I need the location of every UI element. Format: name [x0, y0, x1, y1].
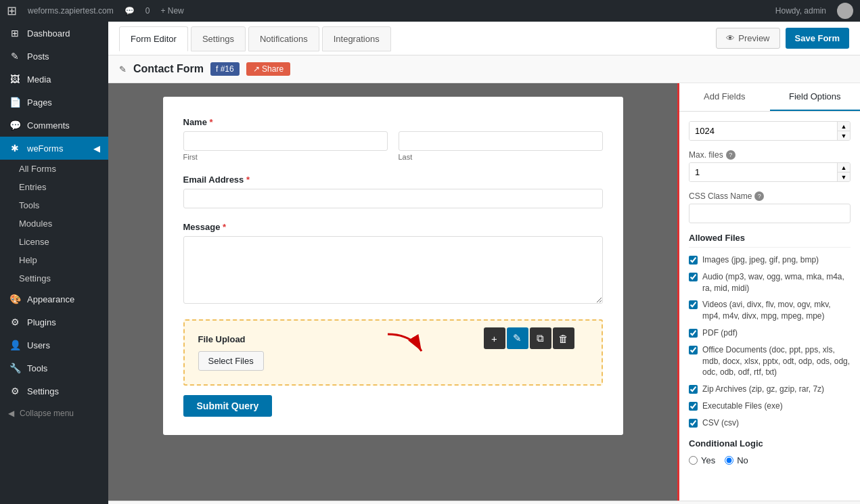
- sidebar-item-comments[interactable]: 💬 Comments: [0, 114, 108, 137]
- checkbox-pdf: PDF (pdf): [689, 327, 851, 339]
- checkbox-office-label: Office Documents (doc, ppt, pps, xls, md…: [702, 344, 851, 378]
- form-field-name: Name * First Last: [183, 117, 603, 161]
- main-content: Form Editor Settings Notifications Integ…: [108, 22, 860, 504]
- max-files-label: Max. files ?: [689, 150, 851, 160]
- sidebar-item-label: Settings: [27, 386, 59, 396]
- checkbox-csv-input[interactable]: [689, 419, 698, 428]
- sidebar-item-dashboard[interactable]: ⊞ Dashboard: [0, 22, 108, 45]
- sidebar-item-label: Appearance: [27, 294, 74, 304]
- css-class-help-icon[interactable]: ?: [754, 191, 764, 201]
- sidebar-item-media[interactable]: 🖼 Media: [0, 68, 108, 91]
- sidebar-item-settings[interactable]: ⚙ Settings: [0, 380, 108, 403]
- sidebar-item-plugins[interactable]: ⚙ Plugins: [0, 311, 108, 334]
- css-class-input[interactable]: [689, 204, 851, 223]
- last-name-input[interactable]: [399, 131, 603, 151]
- media-icon: 🖼: [8, 74, 22, 85]
- sidebar-sub-entries[interactable]: Entries: [0, 178, 108, 196]
- radio-yes-input[interactable]: [689, 456, 698, 465]
- toolbar-edit-button[interactable]: ✎: [507, 327, 528, 349]
- checkbox-images-input[interactable]: [689, 256, 698, 265]
- sidebar-item-weforms[interactable]: ✱ weForms ◀: [0, 137, 108, 160]
- radio-no[interactable]: No: [725, 455, 748, 465]
- appearance-icon: 🎨: [8, 294, 22, 304]
- toolbar-delete-button[interactable]: 🗑: [553, 327, 574, 349]
- checkbox-audio-input[interactable]: [689, 273, 698, 281]
- panel-tab-add-fields[interactable]: Add Fields: [679, 83, 770, 111]
- spinner-btns: ▲ ▼: [837, 122, 850, 140]
- first-sub-label: First: [183, 153, 388, 161]
- max-files-help-icon[interactable]: ?: [726, 150, 735, 160]
- wp-logo-icon: ⊞: [7, 3, 17, 18]
- radio-no-input[interactable]: [725, 456, 733, 465]
- tab-notifications[interactable]: Notifications: [248, 26, 319, 51]
- first-name-input[interactable]: [183, 131, 388, 151]
- checkbox-zip: Zip Archives (zip, gz, gzip, rar, 7z): [689, 384, 851, 395]
- sidebar-sub-help[interactable]: Help: [0, 251, 108, 269]
- checkbox-videos-input[interactable]: [689, 300, 698, 309]
- sidebar-sub-settings[interactable]: Settings: [0, 269, 108, 288]
- tab-bar-actions: 👁 Preview Save Form: [716, 28, 849, 49]
- sidebar-item-posts[interactable]: ✎ Posts: [0, 45, 108, 68]
- right-panel: Add Fields Field Options ▲ ▼: [677, 83, 860, 501]
- max-files-decrement[interactable]: ▼: [838, 173, 850, 181]
- collapse-icon: ◀: [8, 409, 14, 418]
- max-file-size-input[interactable]: [689, 122, 837, 140]
- sidebar-item-label: Dashboard: [27, 28, 70, 39]
- save-form-button[interactable]: Save Form: [786, 28, 849, 49]
- admin-avatar: [837, 3, 853, 19]
- checkbox-csv-label: CSV (csv): [702, 417, 739, 429]
- allowed-files-group: Allowed Files Images (jpg, jpeg, gif, pn…: [689, 233, 851, 429]
- sidebar-item-appearance[interactable]: 🎨 Appearance: [0, 288, 108, 311]
- tab-integrations[interactable]: Integrations: [322, 26, 391, 51]
- sidebar-item-label: Tools: [27, 363, 47, 373]
- sidebar-item-collapse[interactable]: ◀ Collapse menu: [0, 403, 108, 424]
- comments-count: 0: [145, 6, 150, 16]
- max-files-input[interactable]: [689, 163, 837, 181]
- tab-form-editor[interactable]: Form Editor: [119, 26, 188, 51]
- comments-nav-icon: 💬: [8, 120, 22, 131]
- sidebar-sub-tools[interactable]: Tools: [0, 196, 108, 214]
- site-name[interactable]: weforms.zapiertest.com: [28, 6, 114, 16]
- email-input[interactable]: [183, 189, 603, 208]
- checkbox-exe-input[interactable]: [689, 402, 698, 411]
- toolbar-add-button[interactable]: +: [484, 327, 505, 349]
- content-area: Name * First Last: [108, 83, 860, 501]
- checkbox-pdf-label: PDF (pdf): [702, 327, 738, 339]
- checkbox-pdf-input[interactable]: [689, 329, 698, 338]
- submit-button[interactable]: Submit Query: [183, 395, 273, 417]
- checkbox-audio: Audio (mp3, wav, ogg, wma, mka, m4a, ra,…: [689, 271, 851, 294]
- tab-settings[interactable]: Settings: [191, 26, 246, 51]
- first-name-group: First: [183, 131, 388, 161]
- sidebar-item-label: weForms: [27, 143, 63, 154]
- select-files-button[interactable]: Select Files: [198, 351, 264, 371]
- eye-icon: 👁: [726, 33, 735, 43]
- dashboard-icon: ⊞: [8, 28, 22, 39]
- new-button[interactable]: + New: [160, 6, 183, 16]
- preview-button[interactable]: 👁 Preview: [716, 28, 779, 49]
- name-label: Name *: [183, 117, 603, 127]
- share-button[interactable]: ↗ Share: [246, 62, 290, 76]
- sidebar-sub-modules[interactable]: Modules: [0, 214, 108, 233]
- checkbox-zip-label: Zip Archives (zip, gz, gzip, rar, 7z): [702, 384, 824, 395]
- sidebar-item-users[interactable]: 👤 Users: [0, 334, 108, 357]
- form-field-email: Email Address *: [183, 175, 603, 208]
- sidebar-sub-all-forms[interactable]: All Forms: [0, 160, 108, 178]
- checkbox-office-input[interactable]: [689, 346, 698, 354]
- toolbar-copy-button[interactable]: ⧉: [530, 327, 551, 349]
- max-file-size-input-wrap: ▲ ▼: [689, 121, 851, 141]
- checkbox-zip-input[interactable]: [689, 385, 698, 394]
- footer: Thank you for creating with WordPress . …: [108, 501, 860, 504]
- file-size-increment[interactable]: ▲: [838, 122, 850, 131]
- form-badge-number[interactable]: f #16: [210, 62, 240, 76]
- panel-tab-field-options[interactable]: Field Options: [770, 83, 861, 111]
- sidebar-item-tools[interactable]: 🔧 Tools: [0, 357, 108, 380]
- radio-yes[interactable]: Yes: [689, 455, 715, 465]
- file-size-decrement[interactable]: ▼: [838, 131, 850, 140]
- required-star-message: *: [223, 222, 226, 232]
- message-textarea[interactable]: [183, 236, 603, 304]
- share-icon: ↗: [253, 64, 262, 74]
- sidebar-item-label: Pages: [27, 97, 52, 108]
- sidebar-sub-license[interactable]: License: [0, 233, 108, 251]
- sidebar-item-pages[interactable]: 📄 Pages: [0, 91, 108, 114]
- max-files-increment[interactable]: ▲: [838, 163, 850, 173]
